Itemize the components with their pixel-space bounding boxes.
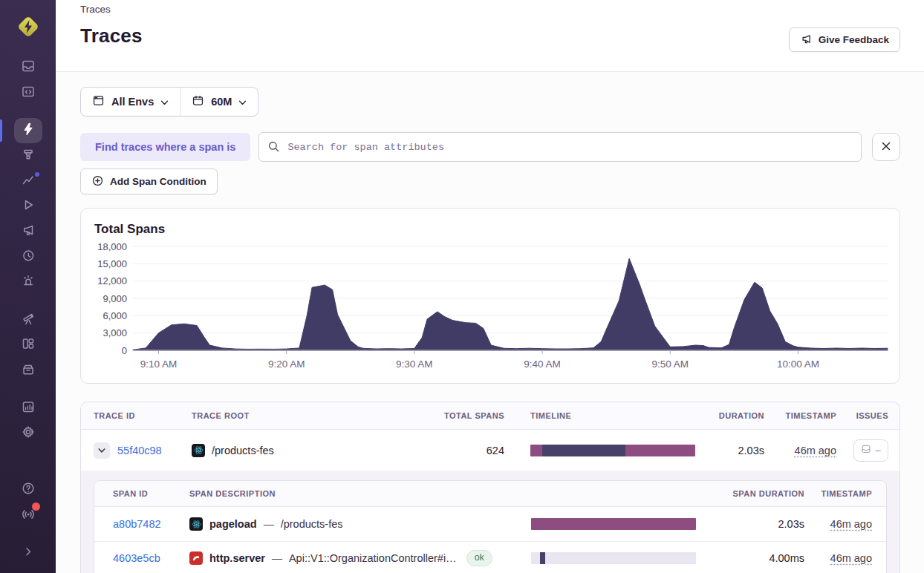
svg-text:9:50 AM: 9:50 AM	[651, 358, 689, 370]
span-id-link[interactable]: a80b7482	[113, 518, 189, 530]
query-builder-label: Find traces where a span is	[80, 133, 250, 161]
archive-icon	[21, 361, 36, 379]
span-timeline-bar[interactable]	[531, 552, 696, 564]
sidebar-item-profiling[interactable]	[14, 143, 42, 168]
span-row: 4603e5cb http.server — Api::V1::Organiza…	[94, 542, 886, 573]
span-description: /products-fes	[281, 518, 343, 530]
traces-table-header: Trace ID Trace Root Total Spans Timeline…	[81, 402, 899, 430]
whats-new-notification-dot	[32, 502, 40, 511]
separator: —	[272, 552, 282, 564]
stats-icon	[21, 399, 36, 417]
svg-text:9:10 AM: 9:10 AM	[140, 358, 178, 370]
sidebar-item-discover[interactable]	[14, 307, 42, 333]
chevron-right-icon	[21, 544, 36, 562]
sidebar-item-issues[interactable]	[14, 55, 42, 80]
sidebar-item-insights[interactable]	[14, 168, 42, 194]
sidebar-item-alerts[interactable]	[14, 269, 42, 295]
time-range-filter-label: 60M	[211, 96, 232, 108]
environment-filter[interactable]: All Envs	[81, 88, 180, 116]
sidebar-item-feedback[interactable]	[14, 219, 42, 244]
sidebar-item-replays[interactable]	[14, 194, 42, 219]
span-duration: 2.03s	[778, 518, 804, 530]
lightning-icon	[21, 122, 36, 140]
telescope-icon	[21, 311, 36, 329]
span-attributes-search-input[interactable]	[258, 132, 862, 162]
spans-table-header: Span ID Span Description Span Duration T…	[94, 481, 886, 507]
page-filter-bar: All Envs 60M	[80, 87, 258, 117]
stamp-icon	[21, 147, 36, 165]
svg-text:9,000: 9,000	[103, 293, 127, 304]
main-area: All Envs 60M Find traces where a span is	[56, 72, 924, 573]
sidebar-item-crons[interactable]	[14, 244, 42, 269]
sidebar-item-whats-new[interactable]	[14, 502, 42, 528]
sidebar-item-settings[interactable]	[14, 421, 42, 446]
react-project-icon	[192, 444, 205, 457]
span-description: Api::V1::OrganizationController#i…	[289, 552, 457, 564]
trace-issues-count: –	[875, 445, 880, 456]
span-status-badge: ok	[466, 550, 492, 566]
siren-icon	[21, 273, 36, 291]
clear-search-button[interactable]	[872, 133, 900, 161]
sidebar-nav	[0, 55, 56, 446]
trace-timeline-bar[interactable]	[530, 445, 695, 456]
trace-timestamp[interactable]: 46m ago	[795, 445, 836, 456]
total-spans-chart-card: Total Spans 03,0006,0009,00012,00015,000…	[80, 208, 900, 384]
span-duration: 4.00ms	[769, 552, 804, 564]
total-spans-value: 624	[487, 445, 504, 456]
plus-circle-icon	[91, 174, 104, 189]
sentry-logo[interactable]	[13, 12, 43, 42]
svg-text:10:00 AM: 10:00 AM	[777, 358, 819, 370]
svg-text:12,000: 12,000	[97, 275, 127, 286]
inbox-icon	[21, 59, 36, 76]
trace-id-link[interactable]: 55f40c98	[117, 445, 162, 456]
gear-icon	[21, 425, 36, 442]
inbox-icon	[861, 444, 871, 456]
svg-text:15,000: 15,000	[97, 258, 127, 269]
megaphone-icon	[800, 33, 813, 48]
play-icon	[21, 197, 36, 215]
col-duration: Duration	[719, 411, 764, 420]
breadcrumb: Traces	[80, 3, 900, 15]
close-icon	[880, 140, 892, 154]
span-timestamp[interactable]: 46m ago	[830, 518, 872, 530]
span-op: pageload	[209, 518, 257, 530]
trace-duration: 2.03s	[738, 445, 764, 456]
search-box	[258, 132, 862, 162]
span-id-link[interactable]: 4603e5cb	[113, 552, 189, 564]
megaphone-icon	[21, 223, 36, 240]
insights-notification-dot	[33, 171, 41, 178]
sidebar-item-traces[interactable]	[14, 118, 42, 143]
total-spans-chart[interactable]: 03,0006,0009,00012,00015,00018,0009:10 A…	[81, 241, 901, 375]
search-row: Find traces where a span is	[80, 132, 900, 162]
svg-text:9:20 AM: 9:20 AM	[268, 358, 305, 370]
col-total-spans: Total Spans	[444, 411, 504, 420]
sidebar-bottom	[14, 477, 42, 566]
separator: —	[264, 518, 274, 530]
sidebar-item-help[interactable]	[14, 477, 42, 502]
trace-row: 55f40c98 /products-fes 624 2.03s 46m ago…	[81, 430, 899, 471]
sidebar-collapse-button[interactable]	[14, 540, 42, 566]
react-project-icon	[189, 517, 203, 531]
time-range-filter[interactable]: 60M	[180, 88, 258, 116]
traces-table: Trace ID Trace Root Total Spans Timeline…	[80, 402, 900, 573]
give-feedback-button[interactable]: Give Feedback	[789, 27, 900, 52]
calendar-icon	[192, 94, 204, 109]
layout-icon	[21, 336, 36, 354]
col-trace-id: Trace ID	[94, 411, 192, 420]
help-icon	[21, 481, 36, 499]
rails-project-icon	[189, 551, 203, 565]
add-span-condition-button[interactable]: Add Span Condition	[80, 168, 218, 194]
col-timestamp: Timestamp	[786, 411, 836, 420]
sidebar-item-stats[interactable]	[14, 396, 42, 421]
sidebar-item-dashboards[interactable]	[14, 333, 42, 358]
svg-text:9:40 AM: 9:40 AM	[524, 358, 561, 370]
chevron-down-icon	[97, 446, 106, 455]
sidebar-item-projects[interactable]	[14, 80, 42, 105]
svg-text:3,000: 3,000	[103, 327, 127, 338]
trace-issues-button[interactable]: –	[853, 439, 888, 462]
span-timeline-bar[interactable]	[531, 518, 696, 530]
span-timestamp[interactable]: 46m ago	[830, 552, 872, 564]
collapse-trace-button[interactable]	[94, 442, 110, 459]
history-clock-icon	[21, 248, 36, 266]
sidebar-item-releases[interactable]	[14, 358, 42, 383]
